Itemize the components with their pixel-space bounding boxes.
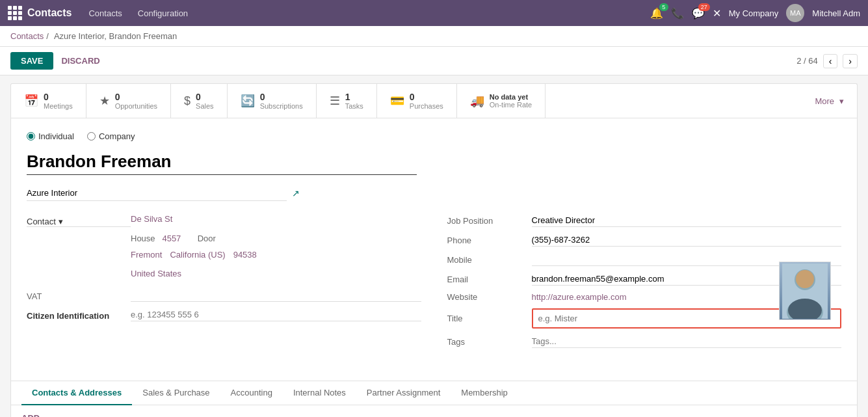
tab-partner-assignment[interactable]: Partner Assignment <box>356 381 451 405</box>
messages-btn[interactable]: 💬 27 <box>692 7 705 20</box>
subscriptions-count: 0 <box>260 92 303 102</box>
form-columns: Contact ▾ De Silva St House 4557 Door <box>27 214 841 355</box>
notification-badge: 5 <box>659 3 668 11</box>
contact-type-field: Contact ▾ <box>27 214 131 227</box>
breadcrumb-current: Azure Interior, Brandon Freeman <box>54 31 177 41</box>
stats-bar: 📅 0 Meetings ★ 0 Opportunities $ 0 Sales… <box>10 83 858 118</box>
tab-sales-purchase[interactable]: Sales & Purchase <box>132 381 220 405</box>
ontime-label: On-time Rate <box>490 101 532 109</box>
stat-subscriptions[interactable]: 🔄 0 Subscriptions <box>228 84 317 118</box>
citizen-id-input[interactable] <box>131 308 421 321</box>
avatar[interactable]: MA <box>786 4 804 22</box>
country-row: United States <box>27 269 421 278</box>
individual-label: Individual <box>38 131 74 141</box>
tags-label: Tags <box>447 337 532 347</box>
app-logo[interactable]: Contacts <box>8 6 72 20</box>
breadcrumb-parent[interactable]: Contacts <box>10 31 44 41</box>
phone-btn[interactable]: 📞 <box>671 7 684 20</box>
tab-content: ADD <box>11 405 857 417</box>
opportunities-label: Opportunities <box>115 102 157 110</box>
notifications-btn[interactable]: 🔔 5 <box>650 7 663 20</box>
prev-record-button[interactable]: ‹ <box>823 54 838 68</box>
credit-card-icon: 💳 <box>390 94 404 108</box>
contact-name-input[interactable] <box>27 149 417 175</box>
job-position-input[interactable] <box>532 214 842 227</box>
tasks-label: Tasks <box>345 102 363 110</box>
form-area: Individual Company ↗ Contact ▾ De <box>10 118 858 381</box>
phone-value <box>532 234 842 247</box>
website-link[interactable]: http://azure.example.com <box>532 292 627 302</box>
grid-icon <box>8 6 22 20</box>
stat-purchases[interactable]: 💳 0 Purchases <box>377 84 457 118</box>
close-btn[interactable]: ✕ <box>713 7 721 20</box>
individual-radio[interactable] <box>27 132 35 141</box>
navbar-menu: Contacts Configuration <box>82 6 194 21</box>
add-button[interactable]: ADD <box>21 413 40 417</box>
avatar-image <box>780 262 830 319</box>
next-record-button[interactable]: › <box>843 54 858 68</box>
stat-more[interactable]: More ▾ <box>802 84 857 118</box>
tab-contacts-addresses[interactable]: Contacts & Addresses <box>21 381 132 405</box>
house-row: House 4557 Door <box>27 234 421 243</box>
navbar: Contacts Contacts Configuration 🔔 5 📞 💬 … <box>0 0 868 26</box>
chevron-down-icon: ▾ <box>839 96 844 106</box>
vat-section: VAT Citizen Identification <box>27 289 421 321</box>
app-name: Contacts <box>27 7 72 19</box>
street-text: De Silva St <box>131 214 172 224</box>
tab-accounting[interactable]: Accounting <box>220 381 283 405</box>
house-number: 4557 <box>162 234 181 243</box>
vat-value <box>131 289 421 302</box>
company-name: My Company <box>729 8 779 18</box>
truck-icon: 🚚 <box>470 94 484 108</box>
title-label: Title <box>447 314 532 323</box>
address-street-value: De Silva St <box>131 214 421 224</box>
external-link-icon[interactable]: ↗ <box>292 188 300 198</box>
tasks-count: 1 <box>345 92 363 102</box>
country-spacer <box>27 269 131 271</box>
vat-row: VAT <box>27 289 421 302</box>
company-option[interactable]: Company <box>87 131 135 141</box>
save-button[interactable]: SAVE <box>10 52 53 70</box>
phone-label: Phone <box>447 235 532 245</box>
ontime-count: No data yet <box>490 93 532 101</box>
stat-sales[interactable]: $ 0 Sales <box>171 84 228 118</box>
breadcrumb: Contacts / Azure Interior, Brandon Freem… <box>0 26 868 47</box>
country-value: United States <box>131 269 421 278</box>
job-position-value <box>532 214 842 227</box>
discard-button[interactable]: DISCARD <box>61 56 99 66</box>
vat-input[interactable] <box>131 289 421 302</box>
stat-ontime-rate[interactable]: 🚚 No data yet On-time Rate <box>457 84 546 118</box>
zip-text: 94538 <box>233 250 257 260</box>
company-name-input[interactable] <box>27 185 287 201</box>
nav-configuration[interactable]: Configuration <box>131 6 194 21</box>
stat-opportunities[interactable]: ★ 0 Opportunities <box>86 84 171 118</box>
refresh-icon: 🔄 <box>241 94 255 108</box>
job-position-label: Job Position <box>447 216 532 226</box>
phone-input[interactable] <box>532 234 842 247</box>
city-state-zip: Fremont California (US) 94538 <box>131 250 421 260</box>
messages-badge: 27 <box>698 3 710 11</box>
breadcrumb-separator: / <box>46 31 49 41</box>
nav-contacts[interactable]: Contacts <box>82 6 128 21</box>
company-radio[interactable] <box>87 132 96 141</box>
sales-label: Sales <box>196 102 214 110</box>
tab-internal-notes[interactable]: Internal Notes <box>283 381 356 405</box>
dollar-icon: $ <box>184 94 191 108</box>
contact-type-select[interactable]: Contact ▾ <box>27 217 131 227</box>
bottom-tabs: Contacts & Addresses Sales & Purchase Ac… <box>10 381 858 417</box>
opportunities-count: 0 <box>115 92 157 102</box>
state-text: California (US) <box>170 250 225 260</box>
left-column: Contact ▾ De Silva St House 4557 Door <box>27 214 421 355</box>
calendar-icon: 📅 <box>24 94 38 108</box>
meetings-label: Meetings <box>44 102 73 110</box>
citizen-id-value <box>131 308 421 321</box>
sales-count: 0 <box>196 92 214 102</box>
stat-tasks[interactable]: ☰ 1 Tasks <box>317 84 377 118</box>
tab-membership[interactable]: Membership <box>451 381 518 405</box>
city-value: Fremont California (US) 94538 <box>131 250 421 262</box>
individual-option[interactable]: Individual <box>27 131 74 141</box>
star-icon: ★ <box>99 94 110 108</box>
tags-input[interactable] <box>532 335 842 348</box>
stat-meetings[interactable]: 📅 0 Meetings <box>11 84 86 118</box>
contact-avatar[interactable] <box>779 262 831 320</box>
